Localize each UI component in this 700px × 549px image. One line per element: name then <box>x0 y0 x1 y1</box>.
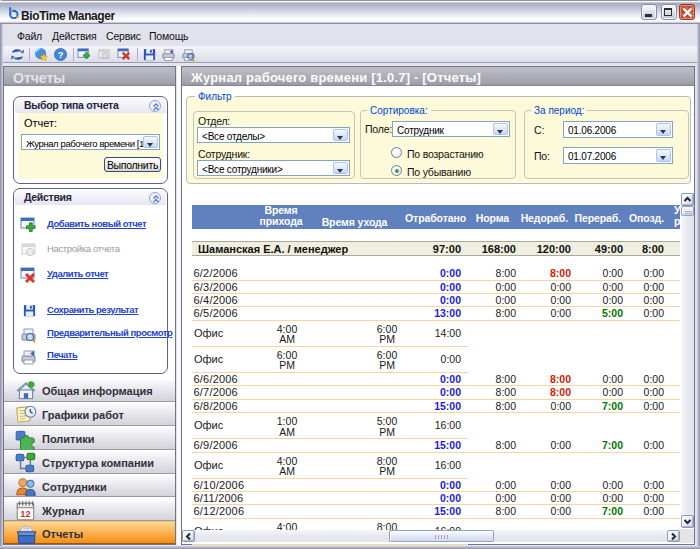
svg-text:?: ? <box>58 50 64 60</box>
svg-text:12: 12 <box>20 509 30 519</box>
